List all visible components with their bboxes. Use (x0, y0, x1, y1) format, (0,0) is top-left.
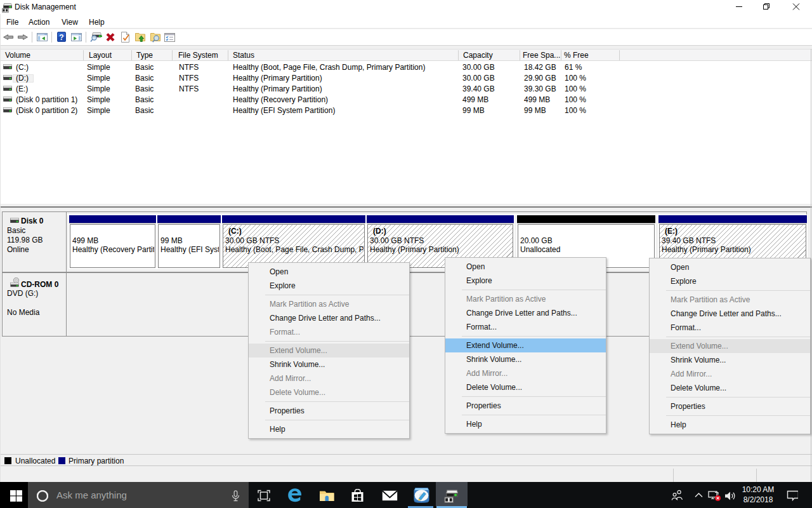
svg-text:?: ? (59, 33, 63, 42)
